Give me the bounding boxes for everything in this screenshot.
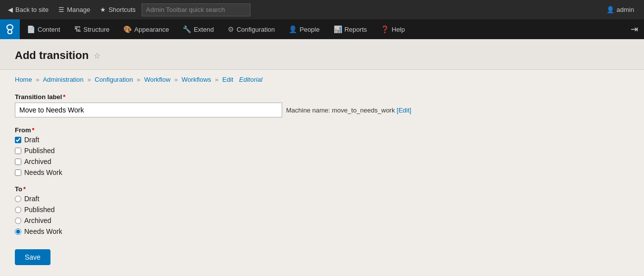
to-label: To* bbox=[15, 185, 629, 193]
to-published-radio[interactable] bbox=[15, 207, 21, 213]
from-archived-label: Archived bbox=[24, 158, 51, 166]
to-archived-radio[interactable] bbox=[15, 218, 21, 224]
to-draft-label: Draft bbox=[24, 195, 39, 203]
nav-extend[interactable]: 🔧 Extend bbox=[176, 19, 220, 39]
transition-label-input[interactable] bbox=[15, 103, 282, 117]
nav-configuration[interactable]: ⚙ Configuration bbox=[221, 19, 282, 39]
content-icon: 📄 bbox=[27, 25, 35, 33]
nav-people-label: People bbox=[299, 26, 319, 33]
manage-button[interactable]: ☰ Manage bbox=[54, 0, 94, 19]
help-icon: ❓ bbox=[381, 25, 389, 33]
from-group: From* Draft Published Archived Needs Wor… bbox=[15, 126, 629, 176]
breadcrumb-editorial[interactable]: Editorial bbox=[239, 76, 262, 83]
collapse-icon: ⇥ bbox=[631, 24, 638, 35]
nav-people[interactable]: 👤 People bbox=[282, 19, 326, 39]
nav-extend-label: Extend bbox=[194, 26, 213, 33]
breadcrumb-workflow[interactable]: Workflow bbox=[144, 76, 170, 83]
breadcrumb-configuration[interactable]: Configuration bbox=[95, 76, 133, 83]
manage-icon: ☰ bbox=[58, 6, 64, 13]
nav-reports[interactable]: 📊 Reports bbox=[327, 19, 374, 39]
star-icon: ★ bbox=[100, 6, 106, 13]
nav-collapse-button[interactable]: ⇥ bbox=[624, 19, 644, 39]
nav-appearance-label: Appearance bbox=[134, 26, 169, 33]
to-needs-work-item[interactable]: Needs Work bbox=[15, 227, 629, 235]
to-draft-item[interactable]: Draft bbox=[15, 195, 629, 203]
to-archived-label: Archived bbox=[24, 217, 51, 224]
structure-icon: 🏗 bbox=[74, 25, 81, 33]
nav-reports-label: Reports bbox=[345, 26, 367, 33]
from-draft-item[interactable]: Draft bbox=[15, 136, 629, 144]
breadcrumb-sep-5: » bbox=[215, 76, 218, 83]
nav-content[interactable]: 📄 Content bbox=[20, 19, 67, 39]
required-star-to: * bbox=[23, 185, 26, 193]
from-published-label: Published bbox=[24, 147, 55, 155]
page-header: Add transition ☆ bbox=[0, 39, 644, 70]
username-label: admin bbox=[617, 6, 634, 13]
from-draft-checkbox[interactable] bbox=[15, 137, 21, 143]
to-published-label: Published bbox=[24, 206, 55, 214]
appearance-icon: 🎨 bbox=[123, 25, 132, 33]
nav-help-label: Help bbox=[392, 26, 405, 33]
nav-configuration-label: Configuration bbox=[237, 26, 275, 33]
configuration-icon: ⚙ bbox=[228, 25, 234, 33]
save-button[interactable]: Save bbox=[15, 249, 50, 265]
extend-icon: 🔧 bbox=[183, 25, 191, 33]
machine-name-display: Machine name: move_to_needs_work [Edit] bbox=[286, 107, 411, 114]
from-label: From* bbox=[15, 126, 629, 134]
nav-content-label: Content bbox=[38, 26, 60, 33]
required-star-from: * bbox=[32, 126, 35, 134]
main-nav: 📄 Content 🏗 Structure 🎨 Appearance 🔧 Ext… bbox=[0, 19, 644, 39]
shortcuts-button[interactable]: ★ Shortcuts bbox=[96, 0, 140, 19]
admin-toolbar: ◀ Back to site ☰ Manage ★ Shortcuts 👤 ad… bbox=[0, 0, 644, 19]
to-archived-item[interactable]: Archived bbox=[15, 217, 629, 224]
transition-label-group: Transition label* Machine name: move_to_… bbox=[15, 93, 629, 117]
nav-help[interactable]: ❓ Help bbox=[374, 19, 412, 39]
machine-name-edit-link[interactable]: [Edit] bbox=[396, 107, 411, 114]
breadcrumb-sep-3: » bbox=[137, 76, 140, 83]
from-needs-work-item[interactable]: Needs Work bbox=[15, 168, 629, 176]
breadcrumb-home[interactable]: Home bbox=[15, 76, 32, 83]
from-draft-label: Draft bbox=[24, 136, 39, 144]
transition-label-label: Transition label* bbox=[15, 93, 629, 101]
manage-label: Manage bbox=[67, 6, 90, 13]
user-menu-button[interactable]: 👤 admin bbox=[600, 6, 640, 13]
from-archived-checkbox[interactable] bbox=[15, 159, 21, 165]
breadcrumb-sep-1: » bbox=[36, 76, 39, 83]
reports-icon: 📊 bbox=[334, 25, 342, 33]
machine-name-value: move_to_needs_work bbox=[332, 107, 395, 114]
breadcrumb-edit[interactable]: Edit bbox=[222, 76, 233, 83]
required-star-label: * bbox=[63, 93, 65, 101]
breadcrumb: Home » Administration » Configuration » … bbox=[0, 70, 644, 83]
breadcrumb-workflows[interactable]: Workflows bbox=[182, 76, 211, 83]
to-needs-work-label: Needs Work bbox=[24, 227, 62, 235]
favorite-icon[interactable]: ☆ bbox=[94, 51, 100, 60]
from-checkbox-group: Draft Published Archived Needs Work bbox=[15, 136, 629, 176]
nav-items: 📄 Content 🏗 Structure 🎨 Appearance 🔧 Ext… bbox=[20, 19, 624, 39]
to-group: To* Draft Published Archived Needs Work bbox=[15, 185, 629, 235]
form-area: Transition label* Machine name: move_to_… bbox=[0, 83, 644, 275]
to-published-item[interactable]: Published bbox=[15, 206, 629, 214]
admin-search-input[interactable] bbox=[142, 3, 250, 16]
back-to-site-label: Back to site bbox=[15, 6, 49, 13]
breadcrumb-sep-4: » bbox=[174, 76, 178, 83]
from-published-item[interactable]: Published bbox=[15, 147, 629, 155]
to-radio-group: Draft Published Archived Needs Work bbox=[15, 195, 629, 235]
people-icon: 👤 bbox=[289, 25, 297, 33]
to-draft-radio[interactable] bbox=[15, 196, 21, 202]
from-archived-item[interactable]: Archived bbox=[15, 158, 629, 166]
user-icon: 👤 bbox=[606, 6, 614, 13]
shortcuts-label: Shortcuts bbox=[108, 6, 136, 13]
back-arrow-icon: ◀ bbox=[8, 6, 13, 13]
nav-structure-label: Structure bbox=[84, 26, 110, 33]
nav-structure[interactable]: 🏗 Structure bbox=[67, 19, 117, 39]
to-needs-work-radio[interactable] bbox=[15, 228, 21, 235]
from-needs-work-checkbox[interactable] bbox=[15, 169, 21, 176]
page-title: Add transition bbox=[15, 49, 89, 62]
back-to-site-button[interactable]: ◀ Back to site bbox=[4, 0, 52, 19]
from-published-checkbox[interactable] bbox=[15, 148, 21, 154]
breadcrumb-administration[interactable]: Administration bbox=[43, 76, 83, 83]
drupal-logo[interactable] bbox=[0, 19, 20, 39]
from-needs-work-label: Needs Work bbox=[24, 168, 62, 176]
nav-appearance[interactable]: 🎨 Appearance bbox=[116, 19, 176, 39]
breadcrumb-sep-2: » bbox=[87, 76, 91, 83]
